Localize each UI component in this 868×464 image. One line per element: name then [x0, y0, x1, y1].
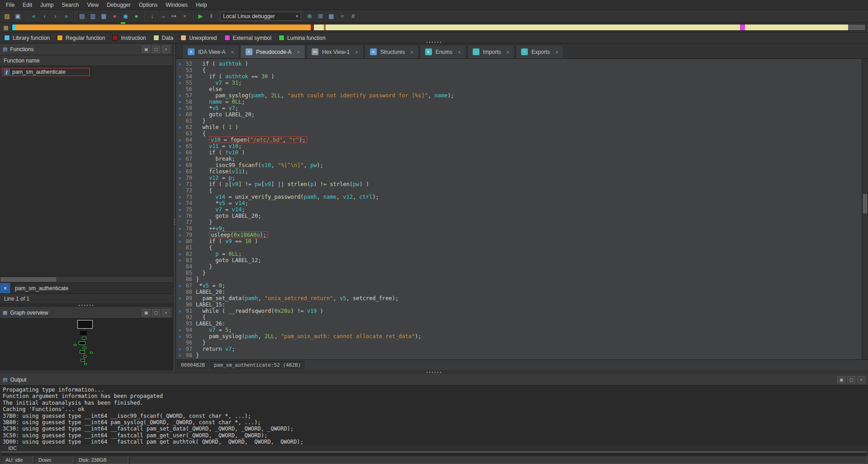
window-maximize-icon[interactable]: ▢	[847, 376, 855, 383]
breakpoint-dot[interactable]: ●	[176, 124, 184, 130]
code-vscrollbar[interactable]	[862, 59, 868, 359]
breakpoint-dot[interactable]: ●	[176, 162, 184, 168]
window-close-icon[interactable]: ×	[162, 46, 170, 53]
toolbar-start-process-button[interactable]: ▶	[195, 11, 206, 21]
toolbar-module-list-button[interactable]: ▩	[326, 11, 337, 21]
tab-close-icon[interactable]: ×	[507, 49, 509, 55]
toolbar-nav-back-button[interactable]: ‹	[39, 11, 50, 21]
breakpoint-dot[interactable]: ●	[176, 206, 184, 213]
tab-hex-view-1[interactable]: 01Hex View-1×	[306, 45, 364, 58]
menu-search[interactable]: Search	[57, 1, 83, 9]
debugger-select[interactable]: Local Linux debugger▾	[220, 12, 301, 21]
breakpoint-dot[interactable]: ●	[176, 111, 184, 118]
breakpoint-dot[interactable]: ●	[176, 352, 184, 359]
toolbar-thread-list-button[interactable]: ≈	[337, 11, 347, 21]
tab-close-icon[interactable]: ×	[297, 49, 300, 55]
breakpoint-dot[interactable]: ●	[176, 308, 184, 314]
hscrollbar-thumb[interactable]	[1, 277, 56, 282]
toolbar-pause-process-button[interactable]: ‖	[206, 11, 217, 21]
breakpoint-dot[interactable]: ●	[176, 213, 184, 219]
function-name-column-header[interactable]: Function name	[0, 55, 173, 66]
filter-input[interactable]: pam_sm_authenticate	[11, 285, 72, 292]
toolbar-debugger-setup-button[interactable]: ⊞	[315, 11, 326, 21]
menu-help[interactable]: Help	[192, 1, 211, 9]
vscrollbar-thumb[interactable]	[863, 194, 867, 213]
toolbar-step-over-button[interactable]: →	[158, 11, 168, 21]
breakpoint-dot[interactable]: ●	[176, 200, 184, 206]
tab-close-icon[interactable]: ×	[410, 49, 413, 55]
navigation-band[interactable]	[12, 24, 866, 31]
tab-pseudocode-a[interactable]: ≡Pseudocode-A×	[240, 45, 305, 58]
breakpoint-dot[interactable]: ●	[176, 257, 184, 263]
breakpoint-dot[interactable]: ●	[176, 327, 184, 333]
window-close-icon[interactable]: ×	[857, 376, 865, 383]
panel-splitter[interactable]	[0, 303, 173, 307]
toolbar-nav-forward-button[interactable]: ›	[50, 11, 61, 21]
window-restore-icon[interactable]: ▣	[142, 46, 150, 53]
window-restore-icon[interactable]: ▣	[837, 376, 845, 383]
breakpoint-dot[interactable]: ●	[176, 181, 184, 187]
breakpoint-dot[interactable]: ●	[176, 92, 184, 99]
function-row-highlight[interactable]: f pam_sm_authenticate	[2, 68, 90, 76]
toolbar-attach-to-process-button[interactable]: ⊕	[304, 11, 315, 21]
breakpoint-dot[interactable]: ●	[176, 295, 184, 301]
toolbar-record-trace-button[interactable]: ●	[131, 11, 142, 21]
tab-close-icon[interactable]: ×	[458, 49, 460, 55]
breakpoint-dot[interactable]: ●	[176, 175, 184, 181]
menu-view[interactable]: View	[83, 1, 103, 9]
toolbar-run-until-return-button[interactable]: ↦	[169, 11, 179, 21]
tab-ida-view-a[interactable]: AIDA View-A×	[182, 45, 239, 58]
menu-debugger[interactable]: Debugger	[103, 1, 135, 9]
clear-filter-button[interactable]: ×	[0, 283, 11, 293]
tab-close-icon[interactable]: ×	[231, 49, 233, 55]
menu-file[interactable]: File	[2, 1, 19, 9]
toolbar-trace-view-button[interactable]: ▦	[99, 11, 109, 21]
breakpoint-dot[interactable]: ●	[176, 149, 184, 156]
breakpoint-dot[interactable]: ●	[176, 73, 184, 80]
toolbar-save-button[interactable]: ▣	[13, 11, 23, 21]
breakpoint-dot[interactable]: ●	[176, 282, 184, 289]
toolbar-nav-forward-far-button[interactable]: »	[61, 11, 71, 21]
toolbar-step-into-button[interactable]: ↓	[147, 11, 157, 21]
tab-close-icon[interactable]: ×	[555, 49, 558, 55]
tab-imports[interactable]: ↓Imports×	[467, 45, 515, 58]
breakpoint-dot[interactable]: ●	[176, 156, 184, 162]
breakpoint-dot[interactable]: ●	[176, 168, 184, 175]
tab-structures[interactable]: AStructures×	[365, 45, 419, 58]
functions-filter[interactable]: × pam_sm_authenticate	[0, 282, 173, 293]
toolbar-open-debug-windows-button[interactable]: ▤	[77, 11, 87, 21]
minimap-viewport[interactable]	[77, 320, 93, 329]
window-maximize-icon[interactable]: ▢	[152, 309, 160, 316]
menu-options[interactable]: Options	[135, 1, 161, 9]
menu-edit[interactable]: Edit	[19, 1, 36, 9]
menu-jump[interactable]: Jump	[36, 1, 57, 9]
breakpoint-dot[interactable]: ●	[176, 80, 184, 86]
pseudocode-view[interactable]: ●52 if ( authtok )53 {●54 if ( authtok =…	[176, 59, 868, 359]
window-close-icon[interactable]: ×	[162, 309, 170, 316]
breakpoint-dot[interactable]: ●	[176, 232, 184, 238]
functions-list[interactable]: f pam_sm_authenticate	[0, 66, 173, 276]
breakpoint-dot[interactable]: ●	[176, 333, 184, 340]
breakpoint-dot[interactable]: ●	[176, 251, 184, 257]
breakpoint-dot[interactable]: ●	[176, 61, 184, 67]
graph-minimap[interactable]	[0, 319, 173, 370]
breakpoint-dot[interactable]: ●	[176, 346, 184, 352]
toolbar-breakpoint-list-button[interactable]: ●	[109, 11, 120, 21]
breakpoint-dot[interactable]: ●	[176, 225, 184, 232]
toolbar-tracing-options-button[interactable]: ◉	[120, 11, 131, 21]
tab-close-icon[interactable]: ×	[355, 49, 358, 55]
toolbar-nav-back-far-button[interactable]: «	[28, 11, 39, 21]
breakpoint-dot[interactable]: ●	[176, 137, 184, 143]
breakpoint-dot[interactable]: ●	[176, 105, 184, 111]
breakpoint-dot[interactable]: ●	[176, 194, 184, 200]
breakpoint-dot[interactable]: ●	[176, 143, 184, 149]
function-name[interactable]: pam_sm_authenticate	[12, 69, 66, 75]
breakpoint-dot[interactable]: ●	[176, 238, 184, 244]
tab-enums[interactable]: EEnums×	[420, 45, 466, 58]
toolbar-watch-view-button[interactable]: ▥	[88, 11, 98, 21]
functions-hscrollbar[interactable]	[0, 276, 173, 282]
tab-exports[interactable]: ↑Exports×	[516, 45, 564, 58]
window-maximize-icon[interactable]: ▢	[152, 46, 160, 53]
toolbar-cancel-debug-button[interactable]: ×	[180, 11, 190, 21]
list-item[interactable]: f pam_sm_authenticate	[2, 67, 171, 77]
